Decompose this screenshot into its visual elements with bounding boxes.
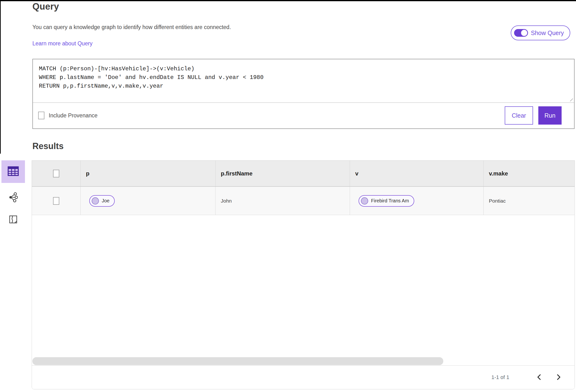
cell-p-firstname: John <box>216 187 350 215</box>
entity-dot-icon <box>361 197 368 205</box>
map-view-button[interactable] <box>1 213 25 227</box>
include-provenance-label: Include Provenance <box>49 112 97 119</box>
page-title: Query <box>32 1 59 12</box>
cell-p: Joe <box>81 187 216 215</box>
horizontal-scrollbar-thumb[interactable] <box>32 357 443 365</box>
window-edge-left <box>0 0 1 154</box>
show-query-toggle[interactable]: Show Query <box>511 26 570 40</box>
column-header-v[interactable]: v <box>350 161 484 186</box>
cell-v: Firebird Trans Am <box>350 187 484 215</box>
select-all-checkbox[interactable] <box>53 170 59 177</box>
table-view-icon <box>7 166 19 177</box>
results-heading: Results <box>32 141 64 151</box>
link-chart-view-button[interactable] <box>1 191 25 205</box>
previous-page-button[interactable] <box>534 373 544 382</box>
table-row: Joe John Firebird Trans Am Pontiac <box>32 187 575 215</box>
entity-dot-icon <box>92 197 99 205</box>
query-textarea[interactable]: MATCH (p:Person)-[hv:HasVehicle]->(v:Veh… <box>33 59 574 103</box>
entity-chip-person[interactable]: Joe <box>89 195 115 207</box>
results-view-rail <box>1 160 25 227</box>
query-editor-box: MATCH (p:Person)-[hv:HasVehicle]->(v:Veh… <box>32 59 575 129</box>
row-checkbox[interactable] <box>53 197 59 205</box>
query-editor-toolbar: Include Provenance Clear Run <box>33 102 574 128</box>
toggle-switch-icon[interactable] <box>514 29 528 37</box>
results-table: p p.firstName v v.make Joe John Firebird… <box>32 160 575 389</box>
include-provenance-checkbox[interactable] <box>38 112 44 119</box>
toggle-knob <box>521 30 527 36</box>
entity-chip-label: Joe <box>102 198 110 204</box>
cell-v-make: Pontiac <box>484 187 575 215</box>
map-view-icon <box>9 215 17 225</box>
column-header-v-make[interactable]: v.make <box>484 161 575 186</box>
query-page: Query You can query a knowledge graph to… <box>0 0 576 392</box>
link-chart-view-icon <box>9 192 18 203</box>
table-footer: 1-1 of 1 <box>32 365 575 389</box>
table-view-button[interactable] <box>1 160 25 183</box>
row-select-cell <box>32 187 81 215</box>
chevron-left-icon <box>537 374 542 381</box>
pagination-range-label: 1-1 of 1 <box>491 374 509 381</box>
clear-button[interactable]: Clear <box>505 106 533 124</box>
chevron-right-icon <box>556 374 561 381</box>
entity-chip-vehicle[interactable]: Firebird Trans Am <box>359 195 414 207</box>
next-page-button[interactable] <box>554 373 564 382</box>
entity-chip-label: Firebird Trans Am <box>371 198 409 204</box>
learn-more-link[interactable]: Learn more about Query <box>32 40 93 47</box>
column-header-p[interactable]: p <box>81 161 216 186</box>
window-edge-top <box>0 0 576 1</box>
table-header-row: p p.firstName v v.make <box>32 161 575 187</box>
column-header-p-firstname[interactable]: p.firstName <box>216 161 350 186</box>
page-description: You can query a knowledge graph to ident… <box>32 24 231 30</box>
select-all-cell <box>32 161 81 186</box>
run-button[interactable]: Run <box>538 106 562 124</box>
show-query-label: Show Query <box>531 30 564 36</box>
